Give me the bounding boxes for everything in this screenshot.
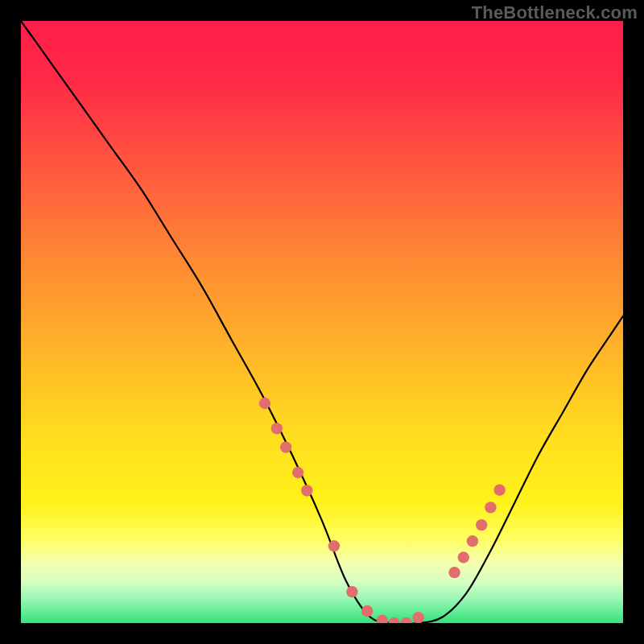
plot-area — [21, 21, 623, 623]
highlight-dot — [458, 551, 469, 563]
plot-svg — [21, 21, 623, 623]
gradient-background — [21, 21, 623, 623]
highlight-dot — [301, 485, 312, 496]
highlight-dot — [280, 441, 291, 452]
highlight-dot — [259, 398, 270, 409]
highlight-dot — [485, 502, 496, 513]
highlight-dot — [346, 586, 357, 597]
chart-frame: TheBottleneck.com — [0, 0, 644, 644]
highlight-dot — [271, 423, 283, 434]
highlight-dot — [328, 540, 340, 551]
highlight-dot — [493, 484, 505, 495]
highlight-dot — [361, 605, 373, 617]
highlight-dot — [412, 612, 423, 623]
highlight-dot — [467, 535, 478, 547]
highlight-dot — [292, 467, 303, 478]
highlight-dot — [448, 567, 460, 578]
watermark-text: TheBottleneck.com — [472, 2, 638, 23]
highlight-dot — [476, 519, 487, 530]
